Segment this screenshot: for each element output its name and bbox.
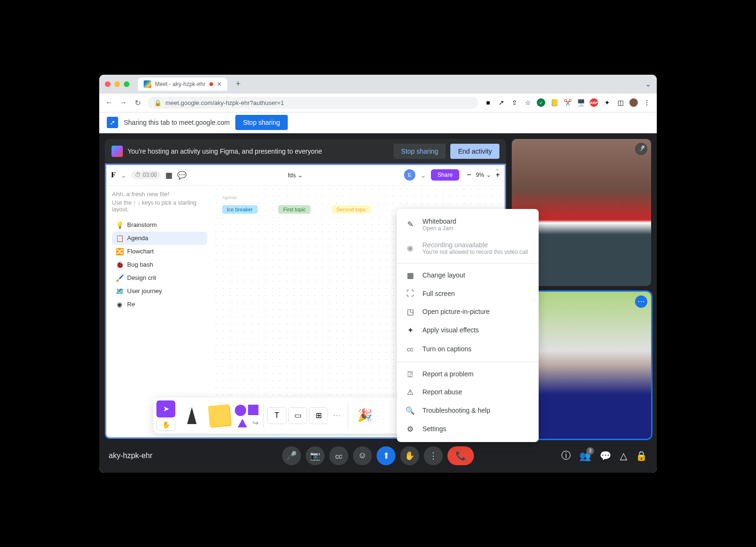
ext-abp-icon[interactable]: ABP — [590, 98, 598, 107]
sidepanel-icon[interactable]: ◫ — [616, 98, 625, 107]
select-tool[interactable]: ➤ ✋ — [156, 400, 177, 431]
titlebar: Meet - aky-hzpk-ehr ✕ + ⌄ — [99, 75, 657, 94]
leave-call-button[interactable]: 📞 — [447, 446, 474, 465]
camera-icon[interactable]: ■ — [484, 98, 492, 107]
ext-monitor-icon[interactable]: 🖥️ — [576, 98, 585, 107]
chip-icebreaker[interactable]: Ice breaker — [222, 205, 258, 214]
meet-favicon — [144, 80, 151, 88]
bookmark-icon[interactable]: ☆ — [524, 98, 532, 107]
chat-button[interactable]: 💬 — [600, 450, 611, 461]
cc-icon: ㏄ — [405, 344, 415, 354]
recording-indicator-icon — [209, 82, 213, 86]
more-options-menu: ✎ WhiteboardOpen a Jam ◉ Recording unava… — [397, 209, 539, 442]
share-icon[interactable]: ⇧ — [510, 98, 519, 107]
minimize-window[interactable] — [114, 81, 120, 87]
pencil-tool[interactable] — [179, 400, 205, 431]
section-tool[interactable]: ▭ — [288, 407, 307, 424]
host-controls-button[interactable]: 🔒 — [636, 450, 647, 461]
layout-icon[interactable]: ▦ — [165, 171, 172, 180]
more-tools[interactable]: ⋯ — [330, 400, 344, 431]
text-tool[interactable]: T — [267, 407, 286, 424]
extensions: ■ ↗ ⇧ ☆ ✓ 📒 ✂️ 🖥️ ABP ✦ ◫ ⋮ — [484, 98, 651, 107]
menu-fullscreen[interactable]: ⛶Full screen — [397, 285, 539, 303]
stamp-tool[interactable]: 🎉 — [352, 400, 378, 431]
menu-visual-effects[interactable]: ✦Apply visual effects — [397, 321, 539, 339]
bottom-bar: aky-hzpk-ehr 🎤 📷 ㏄ ☺ ⬆ ✋ ⋮ 📞 ⓘ 👥3 💬 △ 🔒 — [99, 439, 657, 473]
tabs-dropdown-icon[interactable]: ⌄ — [645, 79, 651, 88]
timer[interactable]: ⏱03:00 — [131, 171, 161, 179]
people-button[interactable]: 👥3 — [579, 450, 591, 461]
chip-second-topic[interactable]: Second topic — [332, 205, 371, 214]
template-userjourney[interactable]: 🗺️User journey — [112, 285, 207, 298]
chrome-menu-icon[interactable]: ⋮ — [643, 98, 651, 107]
url-field[interactable]: 🔒 meet.google.com/aky-hzpk-ehr?authuser=… — [147, 97, 478, 109]
figma-logo-icon[interactable]: 𝐅 — [111, 171, 116, 179]
new-tab-icon[interactable]: + — [236, 79, 241, 89]
hand-icon: ✋ — [156, 418, 175, 431]
template-bugbash[interactable]: 🐞Bug bash — [112, 258, 207, 271]
shape-tool[interactable]: ↪ — [234, 400, 259, 431]
fullscreen-icon: ⛶ — [405, 289, 415, 298]
brush-icon: 🖌️ — [116, 274, 123, 282]
ext-notes-icon[interactable]: 📒 — [550, 98, 558, 107]
comment-icon[interactable]: 💬 — [177, 171, 187, 180]
profile-avatar[interactable] — [629, 98, 638, 107]
template-brainstorm[interactable]: 💡Brainstorm — [112, 218, 207, 232]
chip-first-topic[interactable]: First topic — [278, 205, 310, 214]
menu-captions[interactable]: ㏄Turn on captions — [397, 339, 539, 359]
figma-menu-chevron-icon[interactable]: ⌄ — [120, 171, 127, 180]
file-name[interactable]: fds ⌄ — [191, 172, 399, 179]
template-re[interactable]: ◉Re — [112, 298, 207, 311]
menu-pip[interactable]: ◳Open picture-in-picture — [397, 303, 539, 321]
address-bar: ← → ↻ 🔒 meet.google.com/aky-hzpk-ehr?aut… — [99, 94, 657, 113]
activity-stop-button[interactable]: Stop sharing — [394, 144, 446, 159]
activities-button[interactable]: △ — [620, 450, 627, 461]
figma-icon — [112, 146, 123, 157]
user-avatar[interactable]: E — [404, 169, 415, 181]
collapse-icon[interactable]: ⌃ — [495, 168, 500, 175]
zoom-out-icon[interactable]: − — [467, 171, 471, 179]
tile-more-icon[interactable]: ⋯ — [635, 295, 647, 308]
menu-troubleshooting[interactable]: 🔍Troubleshooting & help — [397, 401, 539, 420]
ext-green-icon[interactable]: ✓ — [537, 98, 545, 107]
open-external-icon[interactable]: ↗ — [497, 98, 506, 107]
extensions-icon[interactable]: ✦ — [603, 98, 611, 107]
raise-hand-button[interactable]: ✋ — [400, 446, 419, 465]
info-button[interactable]: ⓘ — [561, 449, 571, 462]
template-designcrit[interactable]: 🖌️Design crit — [112, 271, 207, 285]
menu-whiteboard[interactable]: ✎ WhiteboardOpen a Jam — [397, 213, 539, 236]
menu-change-layout[interactable]: ▦Change layout — [397, 266, 539, 285]
emoji-button[interactable]: ☺ — [353, 446, 372, 465]
browser-window: Meet - aky-hzpk-ehr ✕ + ⌄ ← → ↻ 🔒 meet.g… — [99, 75, 657, 473]
forward-icon[interactable]: → — [119, 98, 128, 107]
menu-report-problem[interactable]: ⍰Report a problem — [397, 365, 539, 383]
menu-report-abuse[interactable]: ⚠Report abuse — [397, 383, 539, 401]
ext-scissors-icon[interactable]: ✂️ — [563, 98, 572, 107]
end-activity-button[interactable]: End activity — [450, 144, 499, 159]
zoom-level[interactable]: 9% ⌄ — [476, 172, 490, 178]
close-tab-icon[interactable]: ✕ — [217, 81, 222, 87]
layout-icon: ▦ — [405, 271, 415, 280]
table-tool[interactable]: ⊞ — [309, 407, 328, 424]
pencil-icon — [187, 407, 197, 424]
more-options-button[interactable]: ⋮ — [424, 446, 443, 465]
stop-sharing-button[interactable]: Stop sharing — [235, 115, 288, 130]
stage: You're hosting an activity using Figma, … — [99, 133, 657, 439]
camera-button[interactable]: 📷 — [306, 446, 325, 465]
captions-button[interactable]: ㏄ — [329, 446, 348, 465]
browser-tab[interactable]: Meet - aky-hzpk-ehr ✕ — [138, 78, 227, 91]
template-agenda[interactable]: 📋Agenda — [112, 232, 207, 245]
menu-settings[interactable]: ⚙Settings — [397, 420, 539, 438]
reload-icon[interactable]: ↻ — [133, 98, 142, 107]
avatar-chevron-icon[interactable]: ⌄ — [420, 171, 426, 180]
sharing-text: Sharing this tab to meet.google.com — [124, 119, 230, 126]
close-window[interactable] — [105, 81, 111, 87]
maximize-window[interactable] — [124, 81, 129, 87]
controls: 🎤 📷 ㏄ ☺ ⬆ ✋ ⋮ 📞 — [282, 446, 474, 465]
template-flowchart[interactable]: 🔀Flowchart — [112, 245, 207, 258]
sticky-tool[interactable] — [206, 400, 232, 431]
figma-share-button[interactable]: Share — [431, 169, 459, 181]
back-icon[interactable]: ← — [105, 98, 113, 107]
mic-button[interactable]: 🎤 — [282, 446, 301, 465]
present-button[interactable]: ⬆ — [377, 446, 395, 465]
